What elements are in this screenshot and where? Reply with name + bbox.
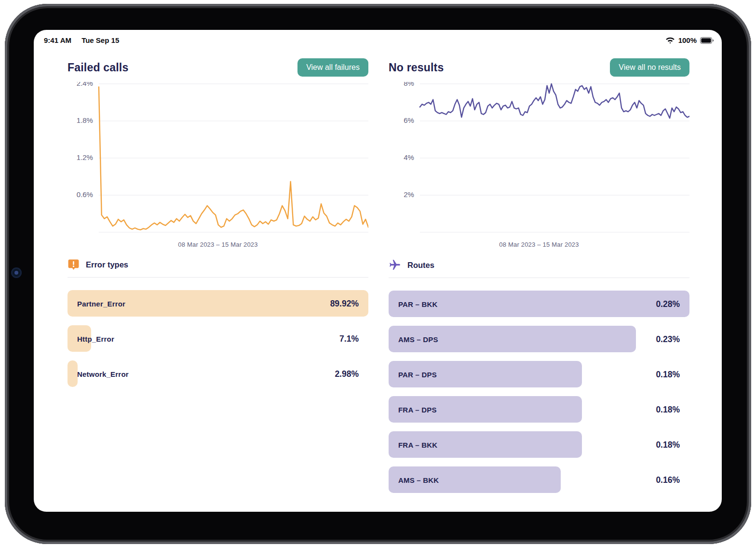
view-all-no-results-button[interactable]: View all no results: [610, 58, 689, 77]
alert-icon: [68, 259, 80, 271]
svg-text:6%: 6%: [404, 116, 414, 124]
list-item[interactable]: Partner_Error89.92%: [68, 290, 368, 317]
failed-calls-panel: Failed calls View all failures 2.4%1.8%1…: [68, 58, 368, 493]
item-label: FRA – BKK: [398, 440, 437, 449]
item-label: FRA – DPS: [398, 405, 437, 413]
routes-header: Routes: [389, 259, 689, 271]
list-item[interactable]: Http_Error7.1%: [68, 325, 368, 352]
failed-calls-chart: 2.4%1.8%1.2%0.6%: [68, 82, 368, 235]
page-title-no-results: No results: [389, 61, 444, 74]
error-types-list: Partner_Error89.92%Http_Error7.1%Network…: [68, 290, 368, 387]
no-results-panel: No results View all no results 8%6%4%2% …: [389, 58, 689, 493]
svg-text:0.6%: 0.6%: [77, 190, 93, 199]
status-time: 9:41 AM: [44, 36, 71, 44]
list-item[interactable]: AMS – DPS0.23%: [389, 326, 689, 352]
routes-list: PAR – BKK0.28%AMS – DPS0.23%PAR – DPS0.1…: [389, 291, 689, 493]
status-right: 100%: [665, 36, 714, 44]
section-title-routes: Routes: [407, 261, 434, 270]
svg-text:8%: 8%: [404, 82, 414, 87]
wifi-icon: [665, 37, 675, 44]
battery-icon: [700, 37, 714, 44]
item-value: 0.16%: [656, 475, 680, 485]
status-left: 9:41 AM Tue Sep 15: [44, 36, 119, 44]
list-item[interactable]: FRA – BKK0.18%: [389, 431, 689, 458]
battery-percent: 100%: [678, 36, 697, 44]
item-label: PAR – BKK: [398, 300, 438, 308]
item-value: 0.18%: [656, 369, 680, 379]
list-item[interactable]: AMS – BKK0.16%: [389, 466, 689, 493]
status-bar: 9:41 AM Tue Sep 15 100%: [34, 30, 722, 51]
dashboard: Failed calls View all failures 2.4%1.8%1…: [34, 51, 722, 493]
item-label: Partner_Error: [77, 299, 125, 307]
view-all-failures-button[interactable]: View all failures: [297, 58, 368, 77]
divider: [68, 277, 368, 278]
page-title-failed-calls: Failed calls: [68, 61, 128, 74]
no-results-header: No results View all no results: [389, 58, 689, 77]
no-results-date-range: 08 Mar 2023 – 15 Mar 2023: [389, 241, 689, 248]
error-types-header: Error types: [68, 259, 368, 271]
status-date: Tue Sep 15: [81, 36, 119, 44]
item-label: PAR – DPS: [398, 370, 437, 378]
item-value: 0.18%: [656, 439, 680, 450]
item-value: 0.23%: [656, 334, 680, 344]
divider: [389, 278, 689, 278]
item-label: AMS – DPS: [398, 335, 438, 343]
svg-text:1.2%: 1.2%: [77, 153, 93, 161]
screen: 9:41 AM Tue Sep 15 100% Failed calls: [34, 30, 722, 512]
item-label: AMS – BKK: [398, 476, 439, 484]
svg-text:2%: 2%: [404, 190, 414, 199]
front-camera: [11, 267, 22, 278]
item-label: Http_Error: [77, 334, 114, 343]
svg-text:4%: 4%: [404, 153, 414, 161]
item-value: 7.1%: [339, 333, 359, 344]
item-label: Network_Error: [77, 370, 129, 378]
svg-text:1.8%: 1.8%: [77, 116, 93, 124]
list-item[interactable]: Network_Error2.98%: [68, 360, 368, 387]
list-item[interactable]: PAR – DPS0.18%: [389, 361, 689, 387]
list-item[interactable]: PAR – BKK0.28%: [389, 291, 689, 317]
item-value: 2.98%: [335, 369, 359, 379]
plane-icon: [389, 259, 401, 271]
list-item[interactable]: FRA – DPS0.18%: [389, 396, 689, 423]
failed-calls-date-range: 08 Mar 2023 – 15 Mar 2023: [68, 241, 368, 248]
item-value: 0.18%: [656, 404, 680, 414]
value-bar: [68, 360, 78, 387]
failed-calls-header: Failed calls View all failures: [68, 58, 368, 77]
tablet-frame: 9:41 AM Tue Sep 15 100% Failed calls: [5, 4, 751, 544]
no-results-chart: 8%6%4%2%: [389, 82, 689, 235]
section-title-error-types: Error types: [86, 260, 128, 269]
item-value: 0.28%: [656, 299, 680, 309]
svg-text:2.4%: 2.4%: [77, 82, 93, 87]
item-value: 89.92%: [330, 298, 359, 308]
